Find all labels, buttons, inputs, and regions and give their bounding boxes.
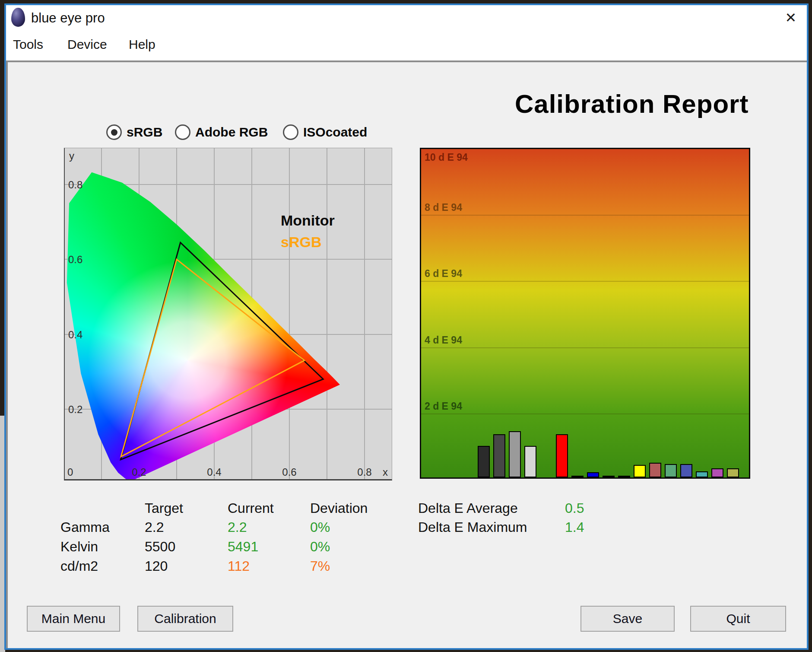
delta-e-chart: 10 d E 948 d E 946 d E 944 d E 942 d E 9… xyxy=(420,148,750,479)
radio-label: Adobe RGB xyxy=(195,125,268,140)
table-gamma-current-value: 2.2 xyxy=(228,519,247,535)
radio-circle xyxy=(283,124,298,140)
delta-e-gridline xyxy=(421,281,749,282)
radio-isocoated[interactable]: ISOcoated xyxy=(283,124,367,140)
radio-srgb[interactable]: sRGB xyxy=(106,124,162,140)
delta-e-bar xyxy=(524,446,536,477)
main-menu-button[interactable]: Main Menu xyxy=(27,606,120,632)
delta-e-bar xyxy=(665,464,677,477)
delta-e-bar xyxy=(571,476,584,477)
delta-e-tick-label: 8 d E 94 xyxy=(425,202,462,213)
radio-circle xyxy=(106,124,122,140)
menu-item-device[interactable]: Device xyxy=(67,37,107,52)
delta-e-bar xyxy=(556,434,568,477)
table-cdm2-current-value: 112 xyxy=(228,558,250,574)
table-header-target: Target xyxy=(145,500,183,516)
delta-e-tick-label: 10 d E 94 xyxy=(425,152,468,163)
table-header-deviation: Deviation xyxy=(310,500,368,516)
radio-circle xyxy=(175,124,190,140)
table-cdm2-deviation-value: 7% xyxy=(310,558,330,574)
table-kelvin-target-value: 5500 xyxy=(145,539,175,555)
table-gamma-target-value: 2.2 xyxy=(145,519,164,535)
calibration-button[interactable]: Calibration xyxy=(137,606,233,632)
save-button[interactable]: Save xyxy=(580,606,675,632)
table-gamma-deviation-value: 0% xyxy=(310,519,330,535)
y-axis-tick-label: 0.6 xyxy=(68,254,82,266)
menu-item-tools[interactable]: Tools xyxy=(13,37,43,52)
delta-e-gridline xyxy=(421,413,749,414)
delta-e-bar xyxy=(711,468,723,477)
delta-e-average-label: Delta E Average xyxy=(418,500,518,516)
x-axis-tick-label: 0.4 xyxy=(201,466,227,478)
y-axis-letter: y xyxy=(69,150,74,162)
delta-e-bar xyxy=(509,431,521,477)
table-cdm2-target-value: 120 xyxy=(145,558,168,574)
table-kelvin-current-value: 5491 xyxy=(228,539,258,555)
x-axis-tick-label: 0.6 xyxy=(276,466,302,478)
delta-e-maximum-label: Delta E Maximum xyxy=(418,519,527,535)
legend-monitor: Monitor xyxy=(281,212,335,229)
x-axis-tick-label: 0.8 xyxy=(352,466,377,478)
delta-e-bar xyxy=(618,476,630,477)
menu-item-help[interactable]: Help xyxy=(129,37,155,52)
x-axis-letter: x xyxy=(383,466,388,478)
delta-e-bar xyxy=(680,464,692,477)
delta-e-tick-label: 4 d E 94 xyxy=(425,334,462,346)
gamut-triangle-srgb xyxy=(121,259,304,456)
table-kelvin-row-label: Kelvin xyxy=(60,539,98,555)
delta-e-bar xyxy=(603,476,615,477)
gamut-triangles xyxy=(65,148,392,479)
radio-adobe-rgb[interactable]: Adobe RGB xyxy=(175,124,268,140)
delta-e-maximum-value: 1.4 xyxy=(565,519,584,535)
legend-srgb: sRGB xyxy=(281,234,321,251)
delta-e-bar xyxy=(727,468,739,477)
delta-e-bar xyxy=(649,463,661,477)
delta-e-bar xyxy=(493,434,505,477)
y-axis-tick-label: 0.4 xyxy=(68,329,82,341)
y-axis-tick-label: 0.2 xyxy=(68,404,82,416)
y-axis-tick-label: 0.8 xyxy=(68,179,82,191)
table-cdm2-row-label: cd/m2 xyxy=(60,558,98,574)
page-title: Calibration Report xyxy=(515,89,749,119)
delta-e-bar xyxy=(634,465,646,477)
delta-e-bar xyxy=(478,446,490,477)
radio-selected-dot xyxy=(111,129,117,136)
delta-e-tick-label: 6 d E 94 xyxy=(425,268,462,280)
radio-label: sRGB xyxy=(127,125,162,140)
delta-e-average-value: 0.5 xyxy=(565,500,584,516)
x-axis-tick-label: 0.2 xyxy=(126,466,152,478)
table-gamma-row-label: Gamma xyxy=(60,519,110,535)
close-icon[interactable]: ✕ xyxy=(779,7,802,29)
delta-e-gridline xyxy=(421,215,749,216)
cie-chromaticity-chart: 0.80.60.40.20.20.40.60.80xy Monitor sRGB xyxy=(64,148,392,480)
desktop: blue eye pro ✕ ToolsDeviceHelp Calibrati… xyxy=(0,0,812,652)
window-title: blue eye pro xyxy=(31,10,105,26)
app-icon xyxy=(11,8,25,27)
delta-e-bar xyxy=(587,472,599,477)
delta-e-bar xyxy=(696,471,708,477)
radio-label: ISOcoated xyxy=(303,125,367,140)
delta-e-gridline xyxy=(421,347,749,348)
table-kelvin-deviation-value: 0% xyxy=(310,539,330,555)
delta-e-tick-label: 2 d E 94 xyxy=(425,401,462,412)
quit-button[interactable]: Quit xyxy=(690,606,786,632)
table-header-current: Current xyxy=(228,500,274,516)
delta-e-bars xyxy=(478,431,742,477)
origin-tick-label: 0 xyxy=(67,466,73,478)
